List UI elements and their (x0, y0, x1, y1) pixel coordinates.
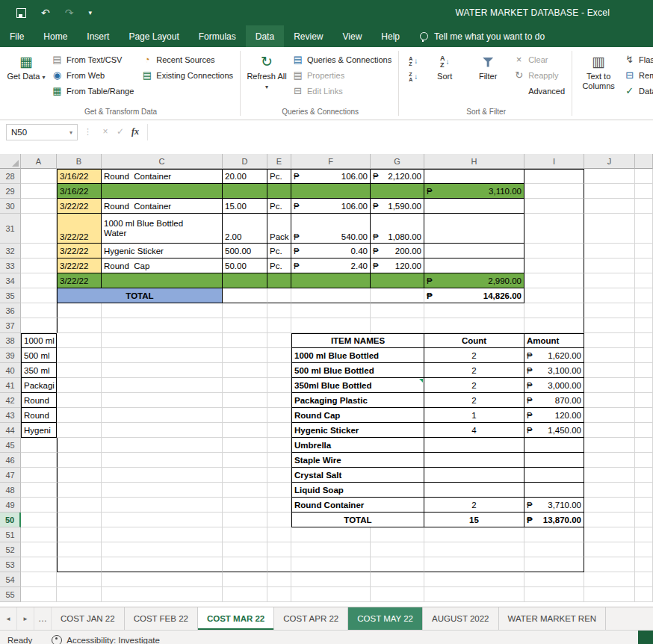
cell-A28[interactable] (21, 169, 57, 184)
cell-D46[interactable] (223, 453, 267, 468)
row-header-54[interactable]: 54 (0, 572, 21, 587)
cell-E33[interactable]: Pc. (267, 258, 291, 273)
cell-I52[interactable] (524, 542, 584, 557)
cell-H28[interactable] (424, 169, 524, 184)
cell-C28[interactable]: Round Container (102, 169, 223, 184)
row-header-52[interactable]: 52 (0, 542, 21, 557)
cell-G53[interactable] (371, 557, 424, 572)
cell-I45[interactable] (524, 438, 584, 453)
sheet-tab-cost-feb-22[interactable]: COST FEB 22 (125, 607, 198, 630)
row-header-53[interactable]: 53 (0, 557, 21, 572)
cell-A42[interactable]: Round (21, 393, 57, 408)
cell-G52[interactable] (371, 542, 424, 557)
row-header-43[interactable]: 43 (0, 408, 21, 423)
row-header-49[interactable]: 49 (0, 498, 21, 513)
cell-F51[interactable] (291, 527, 371, 542)
cell-D53[interactable] (223, 557, 267, 572)
cell-A40[interactable]: 350 ml (21, 363, 57, 378)
cell-H34[interactable]: ₱2,990.00 (424, 273, 524, 288)
qat-customize-caret-icon[interactable]: ▾ (88, 9, 92, 16)
cell-A47[interactable] (21, 468, 57, 483)
from-web-button[interactable]: ◉ From Web (48, 67, 137, 83)
row-header-40[interactable]: 40 (0, 363, 21, 378)
row-header-38[interactable]: 38 (0, 333, 21, 348)
sheet-tab-water-market-ren[interactable]: WATER MARKET REN (499, 607, 607, 630)
cell-I33[interactable] (524, 258, 584, 273)
cell-E41[interactable] (267, 378, 291, 393)
sheet-tab-cost-apr-22[interactable]: COST APR 22 (274, 607, 348, 630)
cell-J30[interactable] (584, 199, 635, 214)
cell-B54[interactable] (57, 572, 102, 587)
cell-J42[interactable] (584, 393, 635, 408)
cell-E43[interactable] (267, 408, 291, 423)
cell-E28[interactable]: Pc. (267, 169, 291, 184)
cell-B46[interactable] (57, 453, 102, 468)
cell-A36[interactable] (21, 303, 57, 318)
remove-duplicates-button[interactable]: ⊟ Remove (620, 67, 653, 83)
cell-B29[interactable]: 3/16/22 (57, 184, 102, 199)
row-header-36[interactable]: 36 (0, 303, 21, 318)
cell-J38[interactable] (584, 333, 635, 348)
row-header-46[interactable]: 46 (0, 453, 21, 468)
accessibility-status[interactable]: Accessibility: Investigate (52, 635, 160, 644)
cell-J43[interactable] (584, 408, 635, 423)
cell-C55[interactable] (102, 587, 223, 602)
cell-B50[interactable] (57, 513, 102, 527)
cell-F53[interactable] (291, 557, 371, 572)
cell-G37[interactable] (371, 318, 424, 333)
row-header-51[interactable]: 51 (0, 527, 21, 542)
cell-B41[interactable] (57, 378, 102, 393)
cell-H36[interactable] (424, 303, 524, 318)
cell-H38[interactable]: Count (424, 333, 524, 348)
cell-F44[interactable]: Hygenic Sticker (291, 423, 424, 438)
cell-H39[interactable]: 2 (424, 348, 524, 363)
cell-B30[interactable]: 3/22/22 (57, 199, 102, 214)
cell-F39[interactable]: 1000 ml Blue Bottled (291, 348, 424, 363)
tell-me[interactable]: Tell me what you want to do (420, 25, 545, 47)
cell-A43[interactable]: Round (21, 408, 57, 423)
cell-D47[interactable] (223, 468, 267, 483)
row-header-28[interactable]: 28 (0, 169, 21, 184)
cell-H40[interactable]: 2 (424, 363, 524, 378)
cell-B45[interactable] (57, 438, 102, 453)
cell-C31[interactable]: 1000 ml Blue Bottled Water (102, 214, 223, 244)
sheet-nav-more-icon[interactable]: … (34, 607, 52, 630)
cell-C52[interactable] (102, 542, 223, 557)
row-header-42[interactable]: 42 (0, 393, 21, 408)
cell-I47[interactable] (524, 468, 584, 483)
sheet-tab-cost-may-22[interactable]: COST MAY 22 (348, 607, 423, 630)
menu-tab-review[interactable]: Review (284, 25, 332, 47)
cell-I28[interactable] (524, 169, 584, 184)
cell-J44[interactable] (584, 423, 635, 438)
cell-G30[interactable]: ₱1,590.00 (371, 199, 424, 214)
cell-D51[interactable] (223, 527, 267, 542)
row-header-47[interactable]: 47 (0, 468, 21, 483)
row-header-32[interactable]: 32 (0, 244, 21, 258)
cell-C46[interactable] (102, 453, 223, 468)
cell-B48[interactable] (57, 483, 102, 498)
row-header-55[interactable]: 55 (0, 587, 21, 602)
cell-D39[interactable] (223, 348, 267, 363)
menu-tab-file[interactable]: File (0, 25, 34, 47)
cell-J37[interactable] (584, 318, 635, 333)
cell-E45[interactable] (267, 438, 291, 453)
cell-F32[interactable]: ₱0.40 (291, 244, 371, 258)
cell-D38[interactable] (223, 333, 267, 348)
advanced-filter-button[interactable]: Advanced (510, 83, 569, 99)
row-header-37[interactable]: 37 (0, 318, 21, 333)
cell-I50[interactable]: ₱13,870.00 (524, 513, 584, 527)
insert-function-icon[interactable]: fx (128, 126, 143, 137)
cell-D28[interactable]: 20.00 (223, 169, 267, 184)
refresh-all-button[interactable]: ↻ Refresh All ▾ (245, 49, 288, 92)
cell-F28[interactable]: ₱106.00 (291, 169, 371, 184)
cell-G31[interactable]: ₱1,080.00 (371, 214, 424, 244)
cell-D35[interactable] (223, 288, 267, 303)
cell-J32[interactable] (584, 244, 635, 258)
row-header-31[interactable]: 31 (0, 214, 21, 244)
cell-E32[interactable]: Pc. (267, 244, 291, 258)
cell-I39[interactable]: ₱1,620.00 (524, 348, 584, 363)
select-all-corner[interactable] (0, 154, 21, 169)
cell-D37[interactable] (223, 318, 267, 333)
get-data-button[interactable]: ▦ Get Data ▾ (4, 49, 48, 82)
cell-H43[interactable]: 1 (424, 408, 524, 423)
